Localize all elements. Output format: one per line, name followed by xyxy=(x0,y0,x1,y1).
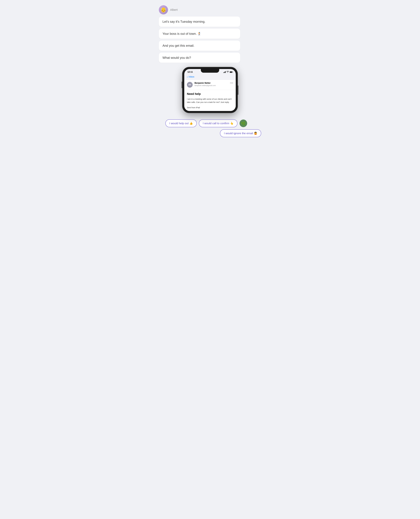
back-button[interactable]: ‹ Inbox xyxy=(187,75,194,78)
help-out-button[interactable]: I would help out 👍 xyxy=(165,119,197,127)
phone-notch xyxy=(201,69,219,73)
email-header: BN Benjamin Netter benjamin.netter@gmail… xyxy=(184,80,236,90)
battery-icon xyxy=(230,71,232,73)
albert-name: Albert xyxy=(170,8,178,12)
phone-wrapper: 12:11 xyxy=(158,67,262,113)
email-sender-name: Benjamin Netter xyxy=(195,82,228,84)
message-bubble-1: Let's say it's Tuesday morning. xyxy=(159,16,240,27)
call-confirm-button[interactable]: I would call to confirm 👆 xyxy=(199,119,237,127)
message-bubble-3: And you get this email. xyxy=(159,41,240,51)
message-bubble-4: What would you do? xyxy=(159,53,240,63)
status-time: 12:11 xyxy=(188,71,193,73)
ignore-email-button[interactable]: I would ignore the email 🙅 xyxy=(220,129,261,137)
responses-section: I would help out 👍 I would call to confi… xyxy=(158,119,262,137)
email-sender-avatar: BN xyxy=(187,82,193,88)
email-body-text: I am in a meeting with some of our clien… xyxy=(187,97,233,104)
albert-header: 👴 Albert xyxy=(158,5,262,15)
email-content: BN Benjamin Netter benjamin.netter@gmail… xyxy=(184,80,236,111)
email-received-time: now xyxy=(230,82,233,84)
email-sender-address: benjamin.netter@gmail.com xyxy=(195,84,228,86)
response-row-1: I would help out 👍 I would call to confi… xyxy=(158,119,262,127)
phone-frame: 12:11 xyxy=(182,67,238,113)
email-subject: Need help xyxy=(187,92,233,96)
chat-container: 👴 Albert Let's say it's Tuesday morning.… xyxy=(158,5,262,137)
signal-bars-icon xyxy=(223,71,226,73)
email-nav: ‹ Inbox xyxy=(184,74,236,80)
user-avatar: 🌿 xyxy=(240,119,247,127)
email-sender-info: Benjamin Netter benjamin.netter@gmail.co… xyxy=(195,82,228,86)
chevron-left-icon: ‹ xyxy=(187,75,188,78)
albert-avatar: 👴 xyxy=(159,5,168,15)
wifi-icon xyxy=(226,71,229,73)
phone-screen: 12:11 xyxy=(184,69,236,111)
status-icons xyxy=(223,71,232,73)
inbox-label: Inbox xyxy=(189,75,194,78)
email-signature: Sent from iPad xyxy=(187,106,233,109)
email-body: Need help I am in a meeting with some of… xyxy=(184,90,236,111)
message-bubble-2: Your boss is out of town. 🏌️ xyxy=(159,29,240,39)
response-row-2: I would ignore the email 🙅 xyxy=(158,129,262,137)
